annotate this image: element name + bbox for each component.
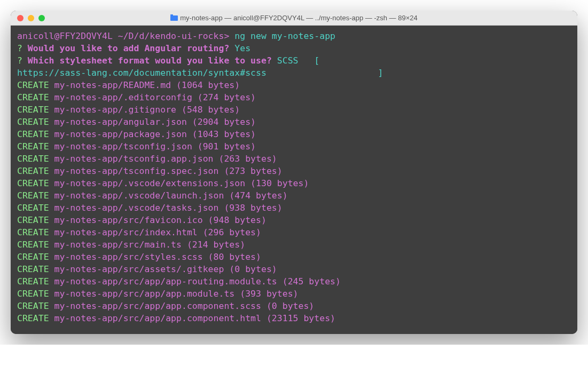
minimize-icon[interactable]	[28, 15, 34, 21]
create-path: my-notes-app/package.json (1043 bytes)	[49, 129, 256, 139]
create-line: CREATE my-notes-app/src/styles.scss (80 …	[17, 251, 571, 263]
create-path: my-notes-app/src/app/app.module.ts (393 …	[49, 289, 299, 299]
create-keyword: CREATE	[17, 240, 49, 250]
create-keyword: CREATE	[17, 80, 49, 90]
create-keyword: CREATE	[17, 215, 49, 225]
titlebar: my-notes-app — anicoll@FFY2DQVY4L — ../m…	[11, 11, 577, 26]
create-path: my-notes-app/.vscode/extensions.json (13…	[49, 178, 309, 188]
create-path: my-notes-app/angular.json (2904 bytes)	[49, 117, 256, 127]
create-line: CREATE my-notes-app/.vscode/extensions.j…	[17, 177, 571, 189]
question-mark-icon: ?	[17, 55, 22, 66]
create-keyword: CREATE	[17, 190, 49, 201]
terminal-body[interactable]: anicoll@FFY2DQVY4L ~/D/d/kendo-ui-rocks>…	[11, 26, 577, 334]
create-keyword: CREATE	[17, 264, 49, 274]
create-keyword: CREATE	[17, 92, 49, 102]
create-keyword: CREATE	[17, 117, 49, 127]
create-path: my-notes-app/README.md (1064 bytes)	[49, 80, 240, 90]
create-path: my-notes-app/src/app/app.component.scss …	[49, 301, 315, 311]
question-stylesheet: ? Which stylesheet format would you like…	[17, 54, 571, 67]
window-title: my-notes-app — anicoll@FFY2DQVY4L — ../m…	[11, 14, 577, 22]
question-routing: ? Would you like to add Angular routing?…	[17, 42, 571, 54]
terminal-window: my-notes-app — anicoll@FFY2DQVY4L — ../m…	[11, 11, 577, 334]
create-line: CREATE my-notes-app/.gitignore (548 byte…	[17, 104, 571, 116]
create-line: CREATE my-notes-app/tsconfig.spec.json (…	[17, 165, 571, 177]
create-line: CREATE my-notes-app/.editorconfig (274 b…	[17, 91, 571, 104]
create-line: CREATE my-notes-app/README.md (1064 byte…	[17, 79, 571, 91]
create-line: CREATE my-notes-app/angular.json (2904 b…	[17, 116, 571, 128]
prompt-line: anicoll@FFY2DQVY4L ~/D/d/kendo-ui-rocks>…	[17, 30, 571, 42]
folder-icon	[170, 15, 178, 21]
create-keyword: CREATE	[17, 203, 49, 213]
create-keyword: CREATE	[17, 301, 49, 311]
create-keyword: CREATE	[17, 166, 49, 176]
create-keyword: CREATE	[17, 289, 49, 299]
question-routing-text: Would you like to add Angular routing?	[22, 43, 229, 53]
stylesheet-url: https://sass-lang.com/documentation/synt…	[17, 68, 266, 78]
create-keyword: CREATE	[17, 227, 49, 237]
close-icon[interactable]	[17, 15, 23, 21]
create-keyword: CREATE	[17, 313, 49, 323]
question-stylesheet-answer: SCSS [	[272, 55, 325, 66]
create-line: CREATE my-notes-app/src/favicon.ico (948…	[17, 214, 571, 226]
create-keyword: CREATE	[17, 276, 49, 287]
stylesheet-url-close: ]	[266, 68, 383, 78]
create-keyword: CREATE	[17, 105, 49, 115]
prompt-command: ng new my-notes-app	[229, 31, 335, 41]
create-path: my-notes-app/.editorconfig (274 bytes)	[49, 92, 256, 102]
create-line: CREATE my-notes-app/src/main.ts (214 byt…	[17, 238, 571, 251]
create-path: my-notes-app/src/assets/.gitkeep (0 byte…	[49, 264, 277, 274]
traffic-lights	[11, 15, 45, 21]
create-path: my-notes-app/src/styles.scss (80 bytes)	[49, 252, 261, 262]
create-path: my-notes-app/.gitignore (548 bytes)	[49, 105, 240, 115]
create-path: my-notes-app/tsconfig.json (901 bytes)	[49, 141, 256, 152]
create-keyword: CREATE	[17, 178, 49, 188]
create-line: CREATE my-notes-app/src/index.html (296 …	[17, 226, 571, 238]
create-keyword: CREATE	[17, 252, 49, 262]
create-path: my-notes-app/src/index.html (296 bytes)	[49, 227, 261, 237]
create-line: CREATE my-notes-app/src/app/app.module.t…	[17, 288, 571, 300]
create-line: CREATE my-notes-app/src/assets/.gitkeep …	[17, 263, 571, 275]
create-line: CREATE my-notes-app/src/app/app.componen…	[17, 300, 571, 312]
create-keyword: CREATE	[17, 154, 49, 164]
create-path: my-notes-app/src/favicon.ico (948 bytes)	[49, 215, 266, 225]
create-path: my-notes-app/tsconfig.app.json (263 byte…	[49, 154, 277, 164]
create-path: my-notes-app/.vscode/launch.json (474 by…	[49, 190, 288, 201]
create-path: my-notes-app/src/app/app-routing.module.…	[49, 276, 341, 287]
create-keyword: CREATE	[17, 141, 49, 152]
create-path: my-notes-app/src/main.ts (214 bytes)	[49, 240, 246, 250]
create-line: CREATE my-notes-app/tsconfig.app.json (2…	[17, 153, 571, 165]
question-routing-answer: Yes	[229, 43, 250, 53]
create-line: CREATE my-notes-app/package.json (1043 b…	[17, 128, 571, 140]
create-path: my-notes-app/src/app/app.component.html …	[49, 313, 335, 323]
question-mark-icon: ?	[17, 43, 22, 53]
create-keyword: CREATE	[17, 129, 49, 139]
create-path: my-notes-app/.vscode/tasks.json (938 byt…	[49, 203, 283, 213]
create-line: CREATE my-notes-app/.vscode/launch.json …	[17, 189, 571, 202]
create-line: CREATE my-notes-app/tsconfig.json (901 b…	[17, 140, 571, 153]
window-title-text: my-notes-app — anicoll@FFY2DQVY4L — ../m…	[180, 14, 417, 22]
prompt-user-host: anicoll@FFY2DQVY4L ~/D/d/kendo-ui-rocks>	[17, 31, 229, 41]
question-stylesheet-text: Which stylesheet format would you like t…	[22, 55, 272, 66]
stylesheet-url-line: https://sass-lang.com/documentation/synt…	[17, 67, 571, 79]
create-path: my-notes-app/tsconfig.spec.json (273 byt…	[49, 166, 283, 176]
maximize-icon[interactable]	[38, 15, 45, 21]
create-line: CREATE my-notes-app/src/app/app.componen…	[17, 312, 571, 324]
create-line: CREATE my-notes-app/.vscode/tasks.json (…	[17, 202, 571, 214]
create-line: CREATE my-notes-app/src/app/app-routing.…	[17, 275, 571, 288]
